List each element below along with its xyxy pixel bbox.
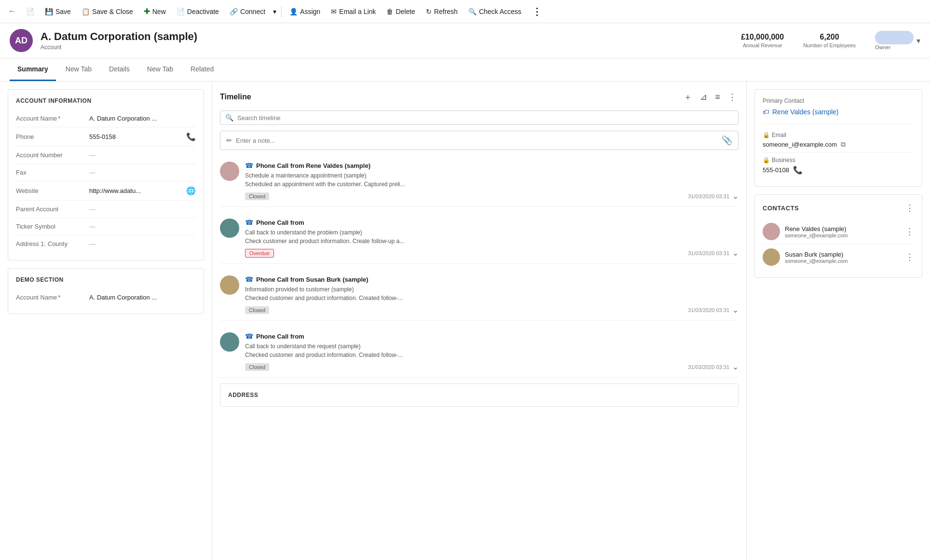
tab-newtab2[interactable]: New Tab	[139, 58, 181, 81]
phone-business-icon[interactable]: 📞	[793, 165, 803, 175]
check-access-label: Check Access	[479, 8, 521, 15]
save-close-button[interactable]: 📋 Save & Close	[77, 5, 138, 18]
timeline-add-button[interactable]: ＋	[682, 89, 694, 105]
demo-field-label-account-name: Account Name*	[16, 294, 83, 301]
field-value-address-county[interactable]: ---	[89, 240, 196, 247]
annual-revenue-value: £10,000,000	[741, 33, 784, 41]
num-employees-stat: 6,200 Number of Employees	[803, 33, 856, 48]
owner-chevron-icon[interactable]: ▾	[916, 36, 920, 45]
contacts-title: CONTACTS	[763, 205, 799, 212]
left-panel: ACCOUNT INFORMATION Account Name* A. Dat…	[0, 82, 212, 560]
timeline-avatar-1	[220, 162, 239, 181]
field-phone: Phone 555-0158 📞	[16, 127, 196, 147]
connect-icon: 🔗	[230, 8, 238, 15]
timeline-item-content-1: ☎ Phone Call from Rene Valdes (sample) S…	[245, 162, 739, 201]
contact-item-more-2[interactable]: ⋮	[905, 252, 914, 262]
timeline-item-title-1: Phone Call from Rene Valdes (sample)	[256, 162, 370, 169]
phone-icon[interactable]: 📞	[186, 132, 196, 141]
contact-list-name-2[interactable]: Susan Burk (sample)	[785, 251, 901, 258]
assign-button[interactable]: 👤 Assign	[285, 5, 325, 18]
back-button[interactable]: ←	[4, 3, 20, 19]
tab-related[interactable]: Related	[183, 58, 221, 81]
field-account-number: Account Number ---	[16, 147, 196, 164]
account-info-section: ACCOUNT INFORMATION Account Name* A. Dat…	[8, 89, 204, 260]
timeline-expand-3[interactable]: ⌄	[732, 305, 739, 314]
email-link-icon: ✉	[331, 8, 337, 15]
check-access-button[interactable]: 🔍 Check Access	[464, 5, 526, 18]
email-link-button[interactable]: ✉ Email a Link	[326, 5, 381, 18]
primary-contact-name[interactable]: 🏷 Rene Valdes (sample)	[763, 108, 914, 116]
connect-button[interactable]: 🔗 Connect	[225, 5, 270, 18]
account-info-title: ACCOUNT INFORMATION	[16, 97, 196, 104]
pencil-icon: ✏	[226, 137, 232, 144]
globe-icon[interactable]: 🌐	[186, 186, 196, 195]
field-value-ticker-symbol[interactable]: ---	[89, 223, 196, 230]
entity-header: AD A. Datum Corporation (sample) Account…	[0, 23, 930, 58]
record-type-button[interactable]: 📄	[21, 5, 39, 18]
demo-field-value-account-name[interactable]: A. Datum Corporation ...	[89, 294, 196, 301]
contact-list-name-1[interactable]: Rene Valdes (sample)	[785, 225, 901, 232]
record-icon: 📄	[26, 8, 34, 15]
field-value-account-number[interactable]: ---	[89, 151, 196, 159]
phone-call-icon-4: ☎	[245, 332, 253, 340]
annual-revenue-stat: £10,000,000 Annual Revenue	[741, 33, 784, 48]
contact-email-block: 🔒 Email someone_i@example.com ⧉	[763, 132, 914, 149]
deactivate-icon: 📄	[177, 8, 185, 15]
tab-summary[interactable]: Summary	[10, 58, 56, 81]
timeline-view-button[interactable]: ≡	[713, 90, 722, 104]
copy-email-icon[interactable]: ⧉	[841, 140, 846, 149]
timeline-item-4: ☎ Phone Call from Call back to understan…	[220, 327, 739, 378]
contact-item-more-1[interactable]: ⋮	[905, 226, 914, 237]
timeline-item-content-4: ☎ Phone Call from Call back to understan…	[245, 332, 739, 371]
note-input[interactable]	[236, 137, 718, 144]
tab-details[interactable]: Details	[101, 58, 137, 81]
field-value-fax[interactable]: ---	[89, 169, 196, 176]
refresh-button[interactable]: ↻ Refresh	[421, 5, 463, 18]
new-button[interactable]: ✚ New	[139, 4, 171, 19]
field-fax: Fax ---	[16, 164, 196, 181]
required-indicator: *	[58, 115, 60, 122]
attach-icon[interactable]: 📎	[722, 135, 732, 146]
save-button[interactable]: 💾 Save	[40, 5, 76, 18]
timeline-search-input[interactable]	[237, 114, 733, 122]
timeline-item-content-2: ☎ Phone Call from Call back to understan…	[245, 219, 739, 258]
toolbar-divider-1	[281, 6, 282, 17]
timeline-search-box[interactable]: 🔍	[220, 110, 739, 125]
field-value-parent-account[interactable]: ---	[89, 205, 196, 213]
deactivate-button[interactable]: 📄 Deactivate	[172, 5, 224, 18]
middle-panel: Timeline ＋ ⊿ ≡ ⋮ 🔍 ✏ 📎 ☎ Phone Call fro	[212, 82, 747, 560]
timeline-date-4: 31/03/2020 03:31	[688, 364, 729, 370]
owner-block: Owner ▾	[875, 31, 920, 50]
timeline-item-3: ☎ Phone Call from Susan Burk (sample) In…	[220, 270, 739, 321]
timeline-avatar-4	[220, 332, 239, 352]
num-employees-label: Number of Employees	[803, 42, 856, 48]
toolbar: ← 📄 💾 Save 📋 Save & Close ✚ New 📄 Deacti…	[0, 0, 930, 23]
timeline-filter-button[interactable]: ⊿	[698, 90, 709, 104]
field-parent-account: Parent Account ---	[16, 201, 196, 218]
more-actions-button[interactable]: ⋮	[527, 3, 547, 20]
demo-required-indicator: *	[58, 294, 60, 301]
timeline-item-2: ☎ Phone Call from Call back to understan…	[220, 213, 739, 264]
timeline-item-header-3: ☎ Phone Call from Susan Burk (sample)	[245, 275, 739, 283]
timeline-expand-2[interactable]: ⌄	[732, 248, 739, 258]
contacts-more-button[interactable]: ⋮	[905, 203, 914, 213]
connect-chevron-button[interactable]: ▾	[271, 5, 278, 18]
field-value-website[interactable]: http://www.adatu...	[89, 187, 180, 194]
timeline-item-desc1-2: Call back to understand the problem (sam…	[245, 228, 739, 237]
delete-button[interactable]: 🗑 Delete	[382, 5, 420, 18]
timeline-item-desc2-2: Check customer and product information. …	[245, 237, 739, 246]
tab-newtab1[interactable]: New Tab	[58, 58, 99, 81]
contact-list-info-1: Rene Valdes (sample) someone_i@example.c…	[785, 225, 901, 238]
field-value-account-name[interactable]: A. Datum Corporation ...	[89, 115, 196, 122]
field-label-website: Website	[16, 187, 83, 194]
save-close-icon: 📋	[82, 8, 90, 15]
field-value-phone[interactable]: 555-0158	[89, 133, 180, 140]
status-badge-1: Closed	[245, 192, 269, 200]
timeline-expand-4[interactable]: ⌄	[732, 362, 739, 371]
timeline-more-button[interactable]: ⋮	[726, 90, 739, 104]
timeline-item-footer-1: Closed 31/03/2020 03:31 ⌄	[245, 191, 739, 201]
contact-email-value: someone_i@example.com ⧉	[763, 140, 914, 149]
contact-record-icon: 🏷	[763, 108, 769, 116]
timeline-expand-1[interactable]: ⌄	[732, 191, 739, 201]
contacts-section: CONTACTS ⋮ Rene Valdes (sample) someone_…	[754, 194, 922, 278]
